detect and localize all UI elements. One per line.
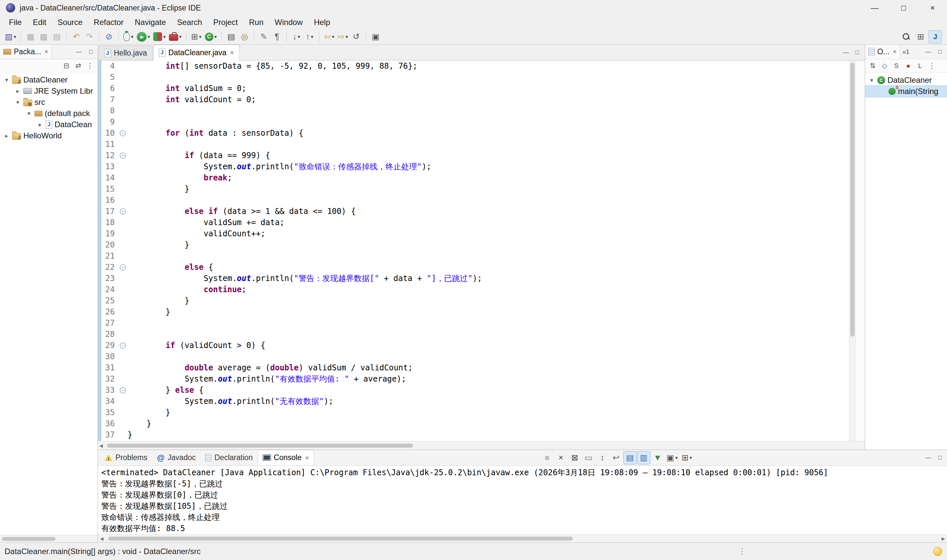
- code-text[interactable]: }: [128, 239, 846, 251]
- project-item-jre-system-libr[interactable]: ▸JRE System Libr: [0, 85, 98, 97]
- code-text[interactable]: }: [128, 295, 846, 306]
- project-item-datacleaner[interactable]: ▾DataCleaner: [0, 74, 98, 85]
- editor-body[interactable]: 4 int[] sensorData = {85, -5, 92, 0, 105…: [98, 60, 865, 441]
- code-text[interactable]: System.out.println("警告：发现越界数据[" + data +…: [128, 273, 846, 284]
- maximize-view-button[interactable]: □: [852, 47, 863, 58]
- overview-ruler[interactable]: [856, 60, 865, 441]
- maximize-view-button[interactable]: □: [935, 452, 946, 463]
- editor-tab-hello-java[interactable]: JHello.java: [99, 46, 152, 60]
- show-stdout-changes-button[interactable]: ▤: [624, 451, 637, 465]
- code-text[interactable]: int validSum = 0;: [128, 83, 846, 94]
- close-view-icon[interactable]: ×: [892, 48, 897, 55]
- close-tab-icon[interactable]: ×: [305, 454, 309, 462]
- editor-hscrollbar[interactable]: ◀: [98, 441, 865, 449]
- collapse-fold-icon[interactable]: −: [120, 130, 126, 136]
- word-wrap-button[interactable]: ↩: [610, 451, 623, 465]
- twistie-expanded-icon[interactable]: ▾: [26, 110, 32, 117]
- dropdown-arrow-icon[interactable]: ▾: [675, 455, 678, 461]
- redo-button[interactable]: ↷: [83, 30, 96, 43]
- terminate-button[interactable]: ■: [540, 451, 554, 465]
- collapse-all-button[interactable]: ⊟: [61, 60, 72, 71]
- code-text[interactable]: if (data == 999) {: [128, 150, 846, 161]
- tab-console[interactable]: Console×: [258, 450, 314, 465]
- fold-marker[interactable]: −: [118, 208, 128, 215]
- save-button[interactable]: ▦: [24, 30, 37, 43]
- menu-edit[interactable]: Edit: [27, 16, 52, 29]
- maximize-window-button[interactable]: □: [889, 0, 918, 16]
- close-view-icon[interactable]: ×: [44, 48, 48, 55]
- last-edit-location-button[interactable]: ↺: [350, 30, 363, 43]
- twistie-expanded-icon[interactable]: ▾: [3, 77, 10, 83]
- view-menu-button[interactable]: ⋮: [85, 60, 96, 71]
- dropdown-arrow-icon[interactable]: ▾: [346, 34, 348, 40]
- code-text[interactable]: validSum += data;: [128, 217, 846, 228]
- tab-problems[interactable]: Problems: [100, 450, 152, 465]
- scroll-left-icon[interactable]: ◀: [100, 536, 103, 541]
- menu-help[interactable]: Help: [308, 16, 336, 29]
- maximize-view-button[interactable]: □: [85, 47, 96, 57]
- hide-non-public-members-button[interactable]: ●: [902, 60, 914, 71]
- menu-run[interactable]: Run: [243, 16, 269, 29]
- link-with-editor-button[interactable]: ⇄: [73, 60, 84, 71]
- pin-editor-button[interactable]: ▣: [369, 30, 382, 43]
- collapse-fold-icon[interactable]: −: [120, 208, 126, 215]
- project-item-default-pack[interactable]: ▾(default pack: [0, 108, 98, 119]
- hide-fields-button[interactable]: ◇: [879, 60, 890, 71]
- coverage-button[interactable]: ▾: [152, 30, 167, 43]
- minimize-view-button[interactable]: —: [923, 47, 934, 57]
- outline-item-main-string[interactable]: main(String: [865, 86, 947, 97]
- dropdown-arrow-icon[interactable]: ▾: [332, 34, 334, 40]
- save-all-button[interactable]: ▩: [37, 30, 50, 43]
- next-annotation-button[interactable]: ↓▾: [290, 30, 303, 43]
- fold-marker[interactable]: −: [118, 264, 128, 271]
- minimize-view-button[interactable]: —: [73, 47, 85, 57]
- collapse-fold-icon[interactable]: −: [120, 342, 126, 349]
- outline-item-datacleaner[interactable]: ▾CDataCleaner: [865, 75, 947, 86]
- fold-marker[interactable]: −: [118, 130, 128, 136]
- code-text[interactable]: continue;: [128, 284, 846, 295]
- dropdown-arrow-icon[interactable]: ▾: [14, 34, 17, 40]
- code-text[interactable]: break;: [128, 172, 846, 183]
- sort-button[interactable]: ⇅: [867, 60, 878, 71]
- code-text[interactable]: }: [128, 407, 846, 418]
- scrollbar-thumb[interactable]: [107, 444, 413, 448]
- code-text[interactable]: } else {: [128, 385, 846, 396]
- code-text[interactable]: }: [128, 183, 846, 195]
- console-hscrollbar[interactable]: ◀ ▶: [98, 534, 947, 542]
- scrollbar-thumb[interactable]: [2, 537, 55, 541]
- menu-project[interactable]: Project: [208, 16, 244, 29]
- scrollbar-thumb[interactable]: [108, 537, 573, 541]
- menu-search[interactable]: Search: [172, 16, 208, 29]
- scroll-right-icon[interactable]: ▶: [941, 536, 945, 541]
- quick-search-button[interactable]: [900, 30, 913, 43]
- code-text[interactable]: }: [128, 429, 846, 440]
- minimize-view-button[interactable]: —: [923, 452, 934, 463]
- print-button[interactable]: ▤: [50, 30, 63, 43]
- editor-vscrollbar[interactable]: [849, 60, 856, 441]
- project-item-helloworld[interactable]: ▸HelloWorld: [0, 130, 98, 141]
- tab-package-explorer[interactable]: Packa... ×: [0, 45, 52, 59]
- hide-local-types-button[interactable]: L: [915, 60, 925, 71]
- menu-source[interactable]: Source: [52, 16, 88, 29]
- code-text[interactable]: double average = (double) validSum / val…: [128, 362, 846, 373]
- dropdown-arrow-icon[interactable]: ▾: [214, 34, 217, 40]
- view-stack-badge[interactable]: »1: [900, 48, 912, 55]
- close-window-button[interactable]: ×: [918, 0, 947, 16]
- undo-button[interactable]: ↶: [70, 30, 83, 43]
- open-perspective-button[interactable]: ⊞: [914, 30, 927, 43]
- scroll-lock-button[interactable]: ↕: [596, 451, 609, 465]
- collapse-fold-icon[interactable]: −: [120, 264, 126, 271]
- code-text[interactable]: else if (data >= 1 && data <= 100) {: [128, 206, 846, 217]
- open-task-button[interactable]: ▤: [225, 30, 238, 43]
- notification-bell-icon[interactable]: [933, 547, 942, 556]
- back-button[interactable]: ⇦▾: [322, 30, 336, 43]
- code-text[interactable]: if (validCount > 0) {: [128, 340, 846, 351]
- new-wizard-button[interactable]: ▧▾: [3, 30, 18, 43]
- scroll-left-icon[interactable]: ◀: [99, 443, 103, 448]
- dropdown-arrow-icon[interactable]: ▾: [297, 34, 300, 40]
- minimize-view-button[interactable]: —: [841, 47, 852, 58]
- menu-navigate[interactable]: Navigate: [129, 16, 172, 29]
- dropdown-arrow-icon[interactable]: ▾: [690, 455, 692, 461]
- twistie-expanded-icon[interactable]: ▾: [868, 77, 875, 84]
- mark-occurrences-button[interactable]: ✎: [257, 30, 270, 43]
